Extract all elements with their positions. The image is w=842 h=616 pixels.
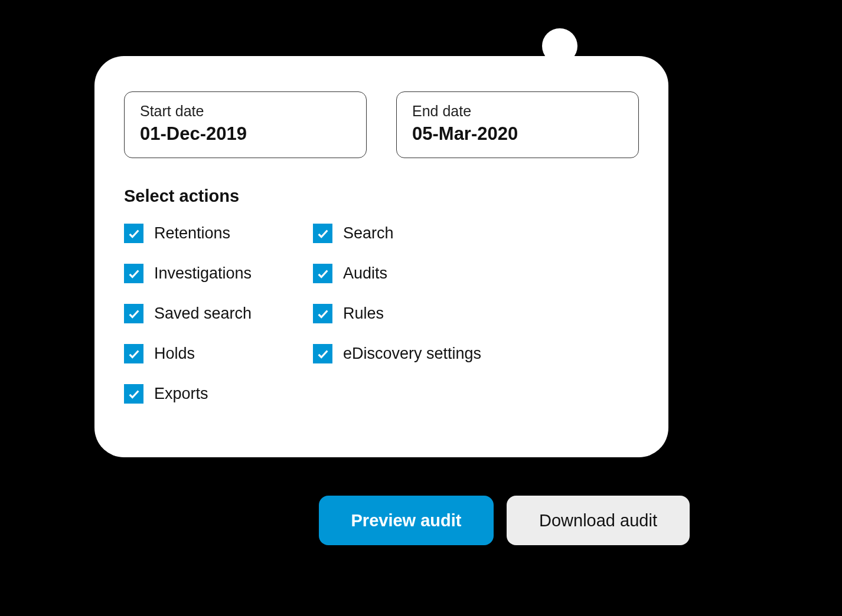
check-icon [313, 224, 332, 243]
checkbox-label: Audits [343, 264, 387, 283]
checkbox-search[interactable]: Search [313, 224, 490, 243]
check-icon [313, 344, 332, 363]
checkbox-saved-search[interactable]: Saved search [124, 304, 301, 323]
check-icon [124, 304, 143, 323]
end-date-field[interactable]: End date 05-Mar-2020 [396, 91, 639, 158]
check-icon [124, 384, 143, 404]
checkbox-rules[interactable]: Rules [313, 304, 490, 323]
check-icon [124, 344, 143, 363]
checkbox-exports[interactable]: Exports [124, 384, 301, 404]
check-icon [313, 264, 332, 283]
start-date-label: Start date [140, 103, 351, 120]
check-icon [124, 264, 143, 283]
start-date-field[interactable]: Start date 01-Dec-2019 [124, 91, 367, 158]
download-audit-button[interactable]: Download audit [507, 496, 690, 545]
checkbox-label: Investigations [154, 264, 252, 283]
actions-col-1: Retentions Investigations Saved search H… [124, 224, 301, 404]
checkbox-ediscovery-settings[interactable]: eDiscovery settings [313, 344, 490, 363]
select-actions-title: Select actions [124, 186, 639, 206]
check-icon [313, 304, 332, 323]
action-buttons: Preview audit Download audit [319, 496, 690, 545]
date-range-row: Start date 01-Dec-2019 End date 05-Mar-2… [124, 91, 639, 158]
check-icon [124, 224, 143, 243]
preview-audit-button[interactable]: Preview audit [319, 496, 494, 545]
actions-col-2: Search Audits Rules eDiscovery settings [313, 224, 490, 404]
checkbox-label: Saved search [154, 304, 252, 323]
checkbox-label: Holds [154, 345, 195, 363]
start-date-value: 01-Dec-2019 [140, 123, 351, 145]
checkbox-label: Search [343, 224, 394, 243]
end-date-value: 05-Mar-2020 [412, 123, 623, 145]
actions-checkbox-grid: Retentions Investigations Saved search H… [124, 224, 639, 404]
checkbox-audits[interactable]: Audits [313, 264, 490, 283]
checkbox-investigations[interactable]: Investigations [124, 264, 301, 283]
checkbox-label: Retentions [154, 224, 230, 243]
checkbox-retentions[interactable]: Retentions [124, 224, 301, 243]
checkbox-label: Rules [343, 304, 384, 323]
audit-filter-card: Start date 01-Dec-2019 End date 05-Mar-2… [94, 56, 668, 457]
end-date-label: End date [412, 103, 623, 120]
checkbox-label: eDiscovery settings [343, 345, 481, 363]
checkbox-holds[interactable]: Holds [124, 344, 301, 363]
checkbox-label: Exports [154, 385, 208, 403]
